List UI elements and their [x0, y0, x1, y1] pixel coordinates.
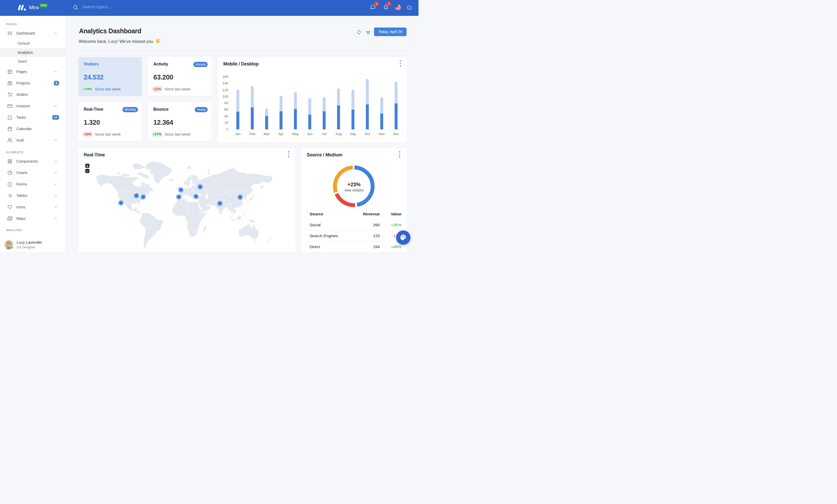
svg-text:60: 60 — [224, 108, 228, 111]
svg-text:0: 0 — [226, 127, 228, 131]
svg-text:Jun: Jun — [307, 132, 313, 136]
svg-text:Oct: Oct — [365, 132, 370, 136]
svg-text:Jul: Jul — [322, 132, 326, 136]
svg-text:80: 80 — [224, 101, 228, 105]
svg-text:Nov: Nov — [378, 132, 385, 136]
svg-text:20: 20 — [224, 121, 228, 125]
svg-text:100: 100 — [222, 95, 228, 98]
svg-text:160: 160 — [222, 75, 228, 79]
svg-text:Sep: Sep — [350, 132, 356, 136]
svg-text:140: 140 — [222, 81, 228, 85]
svg-text:120: 120 — [222, 88, 228, 92]
svg-text:Feb: Feb — [249, 132, 255, 136]
svg-text:Mar: Mar — [264, 132, 270, 136]
svg-text:May: May — [292, 132, 299, 136]
svg-text:Dec: Dec — [393, 132, 399, 136]
svg-text:Aug: Aug — [335, 132, 341, 136]
svg-text:40: 40 — [224, 114, 228, 118]
svg-text:Jan: Jan — [235, 132, 241, 136]
svg-text:Apr: Apr — [279, 132, 284, 136]
